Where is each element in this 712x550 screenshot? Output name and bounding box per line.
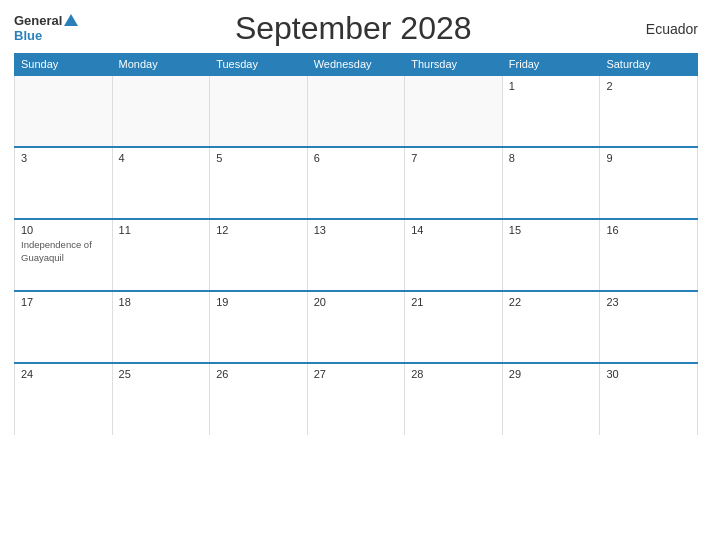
- calendar-cell: 2: [600, 75, 698, 147]
- calendar-cell: 7: [405, 147, 503, 219]
- calendar-cell: [112, 75, 210, 147]
- week-row-1: 3456789: [15, 147, 698, 219]
- day-number: 18: [119, 296, 204, 308]
- weekday-header-friday: Friday: [502, 54, 600, 76]
- calendar-cell: 4: [112, 147, 210, 219]
- day-number: 13: [314, 224, 399, 236]
- calendar-body: 12345678910Independence of Guayaquil1112…: [15, 75, 698, 435]
- day-number: 24: [21, 368, 106, 380]
- day-number: 23: [606, 296, 691, 308]
- day-number: 10: [21, 224, 106, 236]
- day-number: 16: [606, 224, 691, 236]
- day-number: 26: [216, 368, 301, 380]
- logo-general-text: General: [14, 14, 62, 28]
- day-number: 25: [119, 368, 204, 380]
- calendar-cell: 14: [405, 219, 503, 291]
- day-number: 7: [411, 152, 496, 164]
- calendar-cell: 21: [405, 291, 503, 363]
- calendar-cell: 5: [210, 147, 308, 219]
- calendar-cell: 11: [112, 219, 210, 291]
- week-row-2: 10Independence of Guayaquil111213141516: [15, 219, 698, 291]
- calendar-cell: 20: [307, 291, 405, 363]
- calendar-cell: 13: [307, 219, 405, 291]
- weekday-header-monday: Monday: [112, 54, 210, 76]
- logo-triangle-icon: [64, 14, 78, 26]
- calendar-cell: 30: [600, 363, 698, 435]
- weekday-header-saturday: Saturday: [600, 54, 698, 76]
- week-row-3: 17181920212223: [15, 291, 698, 363]
- calendar-cell: 18: [112, 291, 210, 363]
- calendar-header: SundayMondayTuesdayWednesdayThursdayFrid…: [15, 54, 698, 76]
- calendar-title: September 2028: [78, 10, 628, 47]
- calendar-cell: 15: [502, 219, 600, 291]
- day-number: 3: [21, 152, 106, 164]
- calendar-cell: 12: [210, 219, 308, 291]
- day-number: 20: [314, 296, 399, 308]
- day-number: 17: [21, 296, 106, 308]
- calendar-cell: [405, 75, 503, 147]
- day-number: 30: [606, 368, 691, 380]
- calendar-cell: [15, 75, 113, 147]
- day-number: 4: [119, 152, 204, 164]
- weekday-header-sunday: Sunday: [15, 54, 113, 76]
- week-row-4: 24252627282930: [15, 363, 698, 435]
- day-number: 19: [216, 296, 301, 308]
- day-number: 8: [509, 152, 594, 164]
- calendar-cell: 17: [15, 291, 113, 363]
- weekday-header-row: SundayMondayTuesdayWednesdayThursdayFrid…: [15, 54, 698, 76]
- calendar-cell: 3: [15, 147, 113, 219]
- day-number: 28: [411, 368, 496, 380]
- calendar-cell: 19: [210, 291, 308, 363]
- country-label: Ecuador: [628, 21, 698, 37]
- calendar-cell: 6: [307, 147, 405, 219]
- logo-blue-text: Blue: [14, 29, 78, 43]
- day-number: 14: [411, 224, 496, 236]
- day-number: 21: [411, 296, 496, 308]
- calendar-cell: 26: [210, 363, 308, 435]
- header: General Blue September 2028 Ecuador: [14, 10, 698, 47]
- weekday-header-thursday: Thursday: [405, 54, 503, 76]
- calendar-cell: 28: [405, 363, 503, 435]
- day-number: 9: [606, 152, 691, 164]
- day-number: 27: [314, 368, 399, 380]
- logo: General Blue: [14, 14, 78, 43]
- day-number: 29: [509, 368, 594, 380]
- calendar-cell: 22: [502, 291, 600, 363]
- calendar-cell: 16: [600, 219, 698, 291]
- calendar-table: SundayMondayTuesdayWednesdayThursdayFrid…: [14, 53, 698, 435]
- calendar-cell: 29: [502, 363, 600, 435]
- week-row-0: 12: [15, 75, 698, 147]
- calendar-cell: 1: [502, 75, 600, 147]
- day-number: 1: [509, 80, 594, 92]
- weekday-header-wednesday: Wednesday: [307, 54, 405, 76]
- day-number: 5: [216, 152, 301, 164]
- calendar-cell: [307, 75, 405, 147]
- weekday-header-tuesday: Tuesday: [210, 54, 308, 76]
- calendar-page: General Blue September 2028 Ecuador Sund…: [0, 0, 712, 550]
- calendar-cell: 25: [112, 363, 210, 435]
- calendar-cell: 9: [600, 147, 698, 219]
- day-event: Independence of Guayaquil: [21, 239, 92, 263]
- calendar-cell: 23: [600, 291, 698, 363]
- calendar-cell: 10Independence of Guayaquil: [15, 219, 113, 291]
- day-number: 15: [509, 224, 594, 236]
- day-number: 12: [216, 224, 301, 236]
- day-number: 11: [119, 224, 204, 236]
- day-number: 2: [606, 80, 691, 92]
- calendar-cell: [210, 75, 308, 147]
- day-number: 22: [509, 296, 594, 308]
- calendar-cell: 27: [307, 363, 405, 435]
- calendar-cell: 8: [502, 147, 600, 219]
- calendar-cell: 24: [15, 363, 113, 435]
- day-number: 6: [314, 152, 399, 164]
